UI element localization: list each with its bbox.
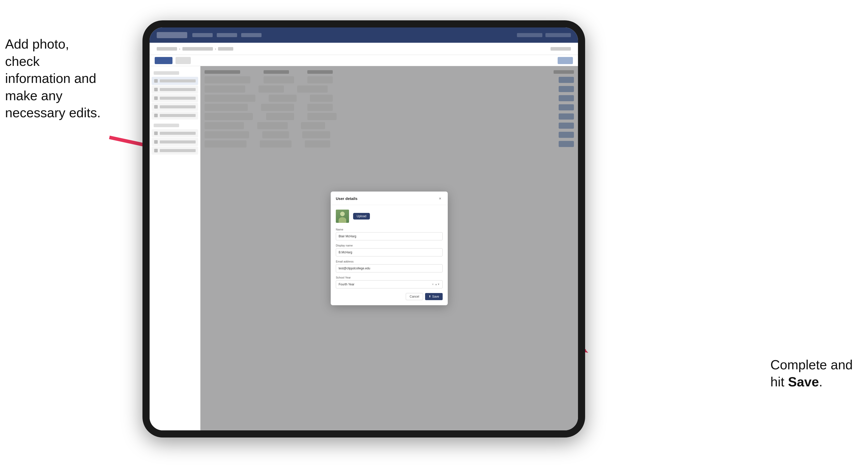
modal-close-button[interactable]: ×: [438, 196, 443, 201]
modal-body: Upload Name Display name: [331, 205, 448, 305]
app-toolbar: [150, 55, 578, 66]
breadcrumb-item-1: [157, 47, 177, 51]
name-input[interactable]: [336, 232, 443, 240]
select-clear-icon[interactable]: ×: [432, 282, 434, 286]
sidebar-item-1: [152, 77, 198, 85]
sidebar-icon-5: [154, 114, 158, 117]
left-annotation: Add photo, check information and make an…: [5, 36, 102, 122]
name-label: Name: [336, 228, 443, 231]
modal-header: User details ×: [331, 191, 448, 205]
school-year-value: Fourth Year: [339, 283, 354, 286]
school-year-label: School Year: [336, 276, 443, 279]
photo-row: Upload: [336, 210, 443, 223]
email-field-group: Email address: [336, 260, 443, 272]
right-annotation-end: .: [819, 374, 823, 389]
tablet-screen: › ›: [150, 28, 578, 430]
right-annotation-bold: Save: [788, 374, 819, 389]
sidebar-text-8: [160, 149, 196, 152]
sidebar-item-6: [152, 129, 198, 137]
breadcrumb-item-3: [218, 47, 233, 51]
nav-item-2: [217, 33, 237, 37]
sidebar-text-4: [160, 105, 196, 108]
upload-photo-button[interactable]: Upload: [353, 213, 370, 219]
breadcrumb-sep-2: ›: [215, 47, 216, 51]
app-header: [150, 28, 578, 43]
header-right-item-1: [517, 33, 542, 37]
sidebar-text-5: [160, 114, 196, 117]
modal-overlay: User details × Upload: [200, 66, 578, 430]
right-annotation-line1: Complete and: [770, 357, 853, 372]
name-field-group: Name: [336, 228, 443, 240]
user-details-modal: User details × Upload: [331, 191, 448, 305]
sidebar-icon-6: [154, 131, 158, 135]
sidebar-text-1: [160, 80, 196, 83]
header-action-placeholder: [551, 47, 571, 51]
sidebar-item-5: [152, 112, 198, 120]
photo-person-silhouette: [336, 210, 349, 223]
sidebar-icon-7: [154, 140, 158, 144]
user-photo-preview: [336, 210, 349, 223]
right-annotation-line2: hit: [770, 374, 788, 389]
sidebar-item-4: [152, 103, 198, 111]
app-sidebar: [150, 66, 200, 430]
sidebar-item-8: [152, 147, 198, 155]
sidebar-section-1: [154, 71, 179, 75]
nav-item-1: [192, 33, 213, 37]
school-year-select[interactable]: Fourth Year × ▲▼: [336, 280, 443, 288]
tablet-device: › ›: [143, 20, 585, 437]
sidebar-text-3: [160, 97, 196, 100]
email-label: Email address: [336, 260, 443, 263]
toolbar-new-btn: [155, 57, 173, 64]
sidebar-text-2: [160, 88, 196, 91]
school-year-field-group: School Year Fourth Year × ▲▼: [336, 276, 443, 288]
display-name-input[interactable]: [336, 248, 443, 256]
sidebar-icon-3: [154, 96, 158, 100]
right-annotation: Complete and hit Save.: [770, 356, 853, 391]
app-sub-header: › ›: [150, 43, 578, 55]
sidebar-icon-8: [154, 149, 158, 152]
sidebar-text-7: [160, 141, 196, 144]
save-button[interactable]: ⬆ Save: [425, 293, 443, 300]
app-content: User details × Upload: [200, 66, 578, 430]
header-right: [517, 33, 571, 37]
chevron-down-icon: ▲▼: [435, 283, 440, 286]
save-icon: ⬆: [429, 295, 431, 298]
cancel-button[interactable]: Cancel: [406, 293, 423, 300]
modal-title: User details: [336, 196, 358, 201]
email-input[interactable]: [336, 264, 443, 272]
sidebar-item-7: [152, 138, 198, 146]
save-label: Save: [432, 295, 439, 299]
breadcrumb: › ›: [157, 47, 233, 51]
app-nav: [192, 33, 261, 37]
app-logo: [157, 32, 187, 38]
toolbar-filter: [176, 57, 191, 64]
sidebar-item-2: [152, 86, 198, 94]
display-name-label: Display name: [336, 244, 443, 247]
sidebar-icon-2: [154, 88, 158, 91]
school-year-select-wrapper: Fourth Year × ▲▼: [336, 280, 443, 288]
nav-item-3: [241, 33, 261, 37]
modal-footer: Cancel ⬆ Save: [336, 292, 443, 300]
app-main: User details × Upload: [150, 66, 578, 430]
toolbar-right-btn: [558, 57, 573, 64]
sidebar-item-3: [152, 94, 198, 102]
app-background: › ›: [150, 28, 578, 430]
sidebar-text-6: [160, 132, 196, 135]
sidebar-icon-1: [154, 79, 158, 83]
sidebar-icon-4: [154, 105, 158, 108]
select-icons: × ▲▼: [432, 282, 440, 286]
breadcrumb-sep-1: ›: [179, 47, 180, 51]
sidebar-section-2: [154, 124, 179, 127]
display-name-field-group: Display name: [336, 244, 443, 256]
header-right-item-2: [546, 33, 571, 37]
breadcrumb-item-2: [182, 47, 213, 51]
